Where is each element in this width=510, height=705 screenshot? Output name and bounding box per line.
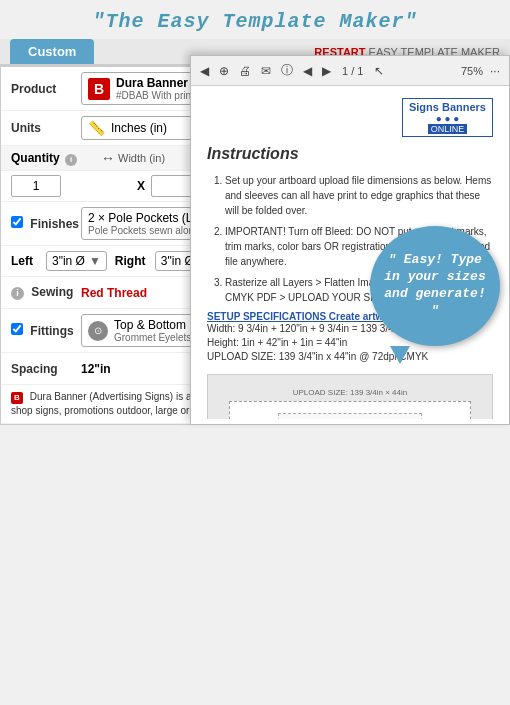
page-title: "The Easy Template Maker"	[0, 0, 510, 39]
spacing-value: 12"in	[81, 362, 111, 376]
finishes-label: Finishes	[11, 216, 81, 231]
pdf-envelope-btn[interactable]: ✉	[258, 62, 274, 80]
diagram-inner: Upload Size	[229, 401, 472, 420]
sewing-value: Red Thread	[81, 286, 147, 300]
pdf-cursor-btn[interactable]: ↖	[371, 62, 387, 80]
pdf-zoom: 75%	[461, 65, 483, 77]
spacing-label: Spacing	[11, 362, 81, 376]
speech-bubble: " Easy! Type in your sizes and generate!…	[370, 226, 500, 346]
instruction-1: Set up your artboard upload file dimensi…	[225, 173, 493, 218]
main-container: Product B Dura Banner Sign #DBAB With pr…	[0, 66, 510, 425]
pdf-back-btn[interactable]: ◀	[197, 62, 212, 80]
pdf-toolbar: ◀ ⊕ 🖨 ✉ ⓘ ◀ ▶ 1 / 1 ↖ 75% ···	[191, 56, 509, 86]
pdf-logo: Signs Banners ● ● ● ONLINE	[402, 98, 493, 137]
left-label: Left	[11, 254, 46, 268]
diagram-area-1: UPLOAD SIZE: 139 3/4in × 44in Upload Siz…	[207, 374, 493, 419]
product-label: Product	[11, 82, 81, 96]
instructions-title: Instructions	[207, 145, 493, 163]
pdf-next-page-btn[interactable]: ▶	[319, 62, 334, 80]
quantity-label: Quantity i	[11, 151, 81, 166]
finishes-checkbox[interactable]	[11, 216, 23, 228]
pdf-more-btn[interactable]: ···	[487, 62, 503, 80]
right-value: 3"in Ø	[161, 254, 194, 268]
fittings-label: Fittings	[11, 323, 81, 338]
arrow-horiz-icon: ↔	[101, 150, 115, 166]
fittings-icon: ⊙	[88, 321, 108, 341]
pdf-home-btn[interactable]: ⊕	[216, 62, 232, 80]
pdf-logo-btm: ONLINE	[428, 124, 468, 134]
left-dropdown-arrow: ▼	[89, 254, 101, 268]
left-select[interactable]: 3"in Ø ▼	[46, 251, 107, 271]
diagram-upload-box: Upload Size	[278, 413, 422, 419]
diagram-size-label: UPLOAD SIZE: 139 3/4in × 44in	[293, 388, 408, 397]
tab-custom[interactable]: Custom	[10, 39, 94, 64]
fittings-checkbox[interactable]	[11, 323, 23, 335]
sewing-label: i Sewing	[11, 285, 81, 300]
pdf-print-btn[interactable]: 🖨	[236, 62, 254, 80]
units-label: Units	[11, 121, 81, 135]
multiply-symbol: X	[137, 179, 145, 193]
left-value: 3"in Ø	[52, 254, 85, 268]
units-value: Inches (in)	[111, 121, 167, 135]
quantity-info-icon[interactable]: i	[65, 154, 77, 166]
ruler-icon: 📏	[88, 120, 105, 136]
desc-icon: B	[11, 392, 23, 404]
product-icon: B	[88, 78, 110, 100]
sewing-info-icon[interactable]: i	[11, 287, 24, 300]
pdf-logo-top: Signs Banners	[409, 101, 486, 113]
pdf-logo-area: Signs Banners ● ● ● ONLINE	[207, 98, 493, 137]
pdf-prev-page-btn[interactable]: ◀	[300, 62, 315, 80]
pdf-page-info: 1 / 1	[342, 65, 363, 77]
quantity-input[interactable]	[11, 175, 61, 197]
right-label: Right	[115, 254, 155, 268]
pdf-logo-mid: ● ● ●	[436, 113, 460, 124]
pdf-info-btn[interactable]: ⓘ	[278, 60, 296, 81]
width-header: ↔ Width (in)	[101, 150, 165, 166]
